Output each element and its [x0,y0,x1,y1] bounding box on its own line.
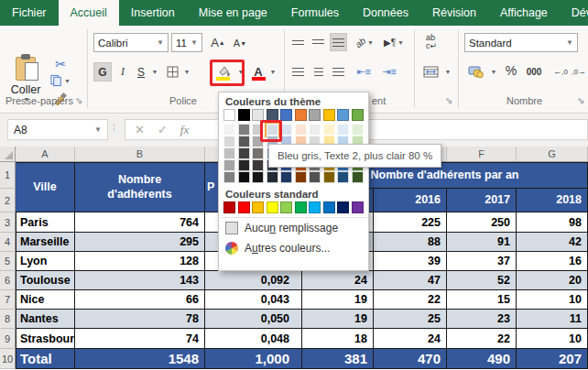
number-format-select[interactable]: Standard▼ [464,33,578,52]
theme-color-swatch[interactable] [295,109,307,121]
standard-color-swatch[interactable] [223,201,235,213]
row-header-10[interactable]: 10 [0,349,16,369]
middle-align-icon[interactable] [310,33,327,51]
cell-value[interactable]: 19 [302,310,374,329]
theme-color-swatch[interactable] [309,109,321,121]
increase-font-size-button[interactable]: A▲ [209,33,227,51]
cell-value[interactable]: 88 [374,233,447,252]
cell-value[interactable]: 10 [517,290,588,310]
row-header-2[interactable]: 2 [0,189,16,212]
cell-city[interactable]: Strasbourg [16,329,75,349]
cell-city[interactable]: Toulouse [16,271,75,290]
tint-color-swatch[interactable] [252,159,264,171]
tint-color-swatch[interactable] [238,124,250,136]
cell-value[interactable]: 11 [517,310,588,329]
cancel-icon[interactable]: ✕ [135,123,145,136]
cell-value[interactable]: 20 [517,271,588,290]
cell-value[interactable]: 37 [447,252,517,271]
wrap-text-icon[interactable]: abc↵ [419,31,443,53]
header-cell-ville[interactable]: Ville [16,162,75,212]
borders-icon[interactable] [165,64,180,80]
cell-value[interactable]: 22 [374,290,447,310]
ribbon-tab-formules[interactable]: Formules [279,0,351,26]
cell-city[interactable]: Lyon [16,252,75,271]
number-dialog-launcher-icon[interactable]: ⇘ [577,95,584,105]
font-size-select[interactable]: 11▼ [171,33,202,52]
tint-color-swatch[interactable] [238,159,250,171]
cell-value[interactable]: 0,043 [205,290,302,310]
font-color-button[interactable]: A [249,60,267,82]
standard-color-swatch[interactable] [280,201,292,213]
cell-value[interactable]: 52 [447,271,517,290]
standard-color-swatch[interactable] [323,201,335,213]
enter-icon[interactable]: ✓ [158,123,168,136]
cell-value[interactable]: 16 [517,252,588,271]
cell-city[interactable]: Nice [16,290,75,310]
row-header-6[interactable]: 6 [0,271,16,290]
ribbon-tab-accueil[interactable]: Accueil [59,0,119,26]
cell-total-value[interactable]: 490 [447,349,517,369]
theme-color-swatch[interactable] [323,109,335,121]
cell-value[interactable]: 10 [517,329,588,349]
tint-color-swatch[interactable] [223,147,235,159]
decrease-decimal-icon[interactable]: ,0→ [570,62,588,81]
cell-value[interactable]: 0,048 [205,329,302,349]
row-header-8[interactable]: 8 [0,310,16,329]
cell-city[interactable]: Marseille [16,233,75,252]
borders-chevron-icon[interactable]: ▼ [181,64,191,80]
theme-color-swatch[interactable] [238,109,250,121]
cell-city[interactable]: Nantes [16,310,75,329]
header-cell-year[interactable]: 2017 [447,189,517,212]
column-header-a[interactable]: A [16,147,75,162]
cell-value[interactable]: 78 [75,310,205,329]
ribbon-tab-fichier[interactable]: Fichier [0,0,59,26]
row-header-4[interactable]: 4 [0,233,16,252]
insert-function-icon[interactable]: fx [180,123,189,137]
bottom-align-icon[interactable] [330,33,347,51]
decrease-indent-icon[interactable]: ⇤≡ [353,62,375,81]
cell-value[interactable]: 24 [374,329,447,349]
underline-button[interactable]: S [133,62,149,82]
cell-value[interactable]: 66 [75,290,205,310]
increase-decimal-icon[interactable]: ←,0 [551,62,570,81]
row-header-3[interactable]: 3 [0,212,16,233]
top-align-icon[interactable] [289,33,307,51]
theme-color-swatch[interactable] [337,109,349,121]
cell-city[interactable]: Paris [16,212,75,233]
name-box[interactable]: A8 ▼ [7,119,108,140]
font-name-select[interactable]: Calibri▼ [93,33,169,52]
tint-color-swatch[interactable] [223,171,235,183]
column-header-f[interactable]: F [447,147,517,162]
comma-style-button[interactable]: 000 [522,62,546,81]
font-color-chevron-icon[interactable]: ▼ [267,60,277,82]
cell-value[interactable]: 23 [447,310,517,329]
cell-value[interactable]: 128 [75,252,205,271]
tint-color-swatch[interactable] [238,147,250,159]
theme-color-swatch[interactable] [352,109,364,121]
standard-color-swatch[interactable] [238,201,250,213]
ribbon-tab-dévelo[interactable]: Dévelo [560,0,588,26]
tint-color-swatch[interactable] [309,124,321,136]
text-direction-icon[interactable]: ▶¶▼ [381,33,407,51]
cell-value[interactable]: 91 [447,233,517,252]
ribbon-tab-insertion[interactable]: Insertion [119,0,187,26]
cell-value[interactable]: 15 [447,290,517,310]
cell-value[interactable]: 295 [75,233,205,252]
bold-button[interactable]: G [93,62,112,82]
merge-center-icon[interactable] [419,62,441,81]
alignment-dialog-launcher-icon[interactable]: ⇘ [445,95,452,105]
orientation-icon[interactable]: ab▼ [353,33,376,51]
tint-color-swatch[interactable] [337,124,349,136]
underline-options-chevron-icon[interactable]: ▼ [149,62,158,82]
italic-button[interactable]: I [114,62,131,82]
standard-color-swatch[interactable] [252,201,264,213]
ribbon-tab-affichage[interactable]: Affichage [488,0,560,26]
tint-color-swatch[interactable] [223,124,235,136]
standard-color-swatch[interactable] [267,201,278,213]
cell-value[interactable]: 98 [517,212,588,233]
cell-total-value[interactable]: 1,000 [205,349,302,369]
tint-color-swatch[interactable] [295,171,307,183]
cell-value[interactable]: 143 [75,271,205,290]
tint-color-swatch[interactable] [238,171,250,183]
increase-indent-icon[interactable]: ⇥≡ [378,62,400,81]
